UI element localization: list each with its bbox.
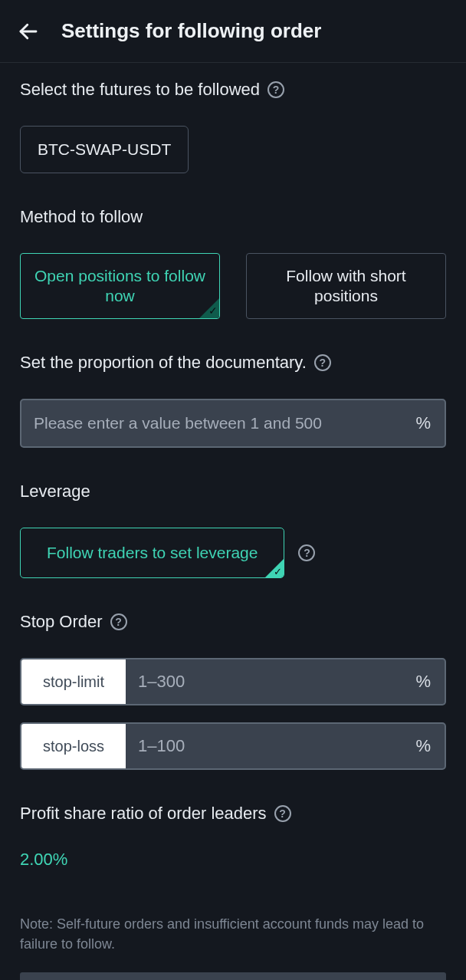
method-option-short[interactable]: Follow with short positions xyxy=(246,253,446,319)
stop-limit-row: stop-limit % xyxy=(20,658,446,705)
futures-section-label: Select the futures to be followed xyxy=(20,80,446,100)
stop-limit-suffix: % xyxy=(415,659,445,704)
proportion-suffix: % xyxy=(415,413,431,433)
profit-value: 2.00% xyxy=(20,850,446,870)
check-icon: ✓ xyxy=(208,304,218,318)
stop-section-label: Stop Order xyxy=(20,612,446,632)
stop-loss-suffix: % xyxy=(415,724,445,768)
stop-loss-label: stop-loss xyxy=(21,724,126,768)
method-option-open[interactable]: Open positions to follow now ✓ xyxy=(20,253,220,319)
leverage-label-text: Leverage xyxy=(20,482,90,502)
stop-loss-row: stop-loss % xyxy=(20,722,446,770)
help-icon[interactable] xyxy=(298,544,315,561)
method-option-open-text: Open positions to follow now xyxy=(28,266,212,307)
futures-label-text: Select the futures to be followed xyxy=(20,80,260,100)
method-section-label: Method to follow xyxy=(20,207,446,227)
help-icon[interactable] xyxy=(267,81,284,98)
back-button[interactable] xyxy=(14,17,43,46)
check-icon: ✓ xyxy=(274,566,282,577)
page-title: Settings for following order xyxy=(61,19,321,43)
futures-chip-text: BTC-SWAP-USDT xyxy=(38,140,171,159)
help-icon[interactable] xyxy=(110,613,127,630)
leverage-button-text: Follow traders to set leverage xyxy=(47,544,258,562)
leverage-section-label: Leverage xyxy=(20,482,446,502)
profit-label-text: Profit share ratio of order leaders xyxy=(20,804,267,824)
proportion-input[interactable] xyxy=(34,414,408,432)
bottom-panel xyxy=(20,972,446,980)
footer-note: Note: Self-future orders and insufficien… xyxy=(20,914,446,954)
stop-loss-input[interactable] xyxy=(126,724,415,768)
method-label-text: Method to follow xyxy=(20,207,143,227)
proportion-section-label: Set the proportion of the documentary. xyxy=(20,353,446,373)
profit-section-label: Profit share ratio of order leaders xyxy=(20,804,446,824)
futures-chip[interactable]: BTC-SWAP-USDT xyxy=(20,126,189,173)
method-option-short-text: Follow with short positions xyxy=(254,266,438,307)
leverage-button[interactable]: Follow traders to set leverage ✓ xyxy=(20,528,284,578)
stop-label-text: Stop Order xyxy=(20,612,103,632)
arrow-left-icon xyxy=(17,20,40,43)
stop-limit-input[interactable] xyxy=(126,659,415,704)
help-icon[interactable] xyxy=(274,805,291,822)
help-icon[interactable] xyxy=(314,354,331,371)
stop-limit-label: stop-limit xyxy=(21,659,126,704)
proportion-label-text: Set the proportion of the documentary. xyxy=(20,353,307,373)
proportion-input-wrap[interactable]: % xyxy=(20,399,446,448)
